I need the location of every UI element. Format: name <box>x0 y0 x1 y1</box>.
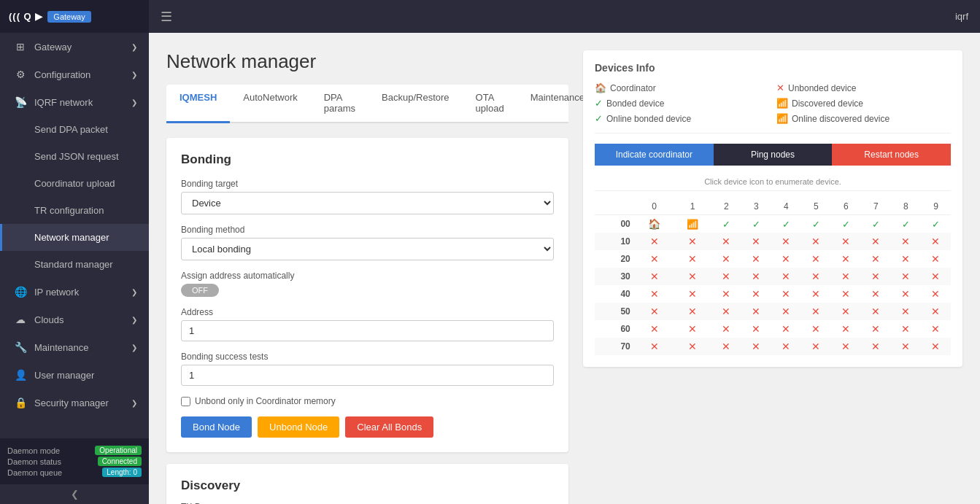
device-cell[interactable]: ✕ <box>771 285 801 303</box>
sidebar-item-tr-configuration[interactable]: TR configuration <box>0 197 149 224</box>
ping-nodes-button[interactable]: Ping nodes <box>714 144 833 166</box>
device-cell[interactable]: ✕ <box>635 320 674 338</box>
device-cell[interactable]: ✕ <box>861 303 891 320</box>
device-cell[interactable]: ✕ <box>771 303 801 320</box>
device-cell[interactable]: ✕ <box>801 250 831 268</box>
device-cell[interactable]: ✕ <box>921 233 951 250</box>
sidebar-item-coordinator-upload[interactable]: Coordinator upload <box>0 170 149 197</box>
device-cell[interactable]: ✓ <box>711 215 741 233</box>
device-cell[interactable]: ✓ <box>891 215 921 233</box>
device-cell[interactable]: ✕ <box>741 338 771 355</box>
device-cell[interactable]: ✕ <box>921 303 951 320</box>
indicate-coordinator-button[interactable]: Indicate coordinator <box>595 144 714 166</box>
device-cell[interactable]: ✕ <box>771 268 801 285</box>
bond-node-button[interactable]: Bond Node <box>181 416 252 438</box>
device-cell[interactable]: ✕ <box>771 233 801 250</box>
device-cell[interactable]: ✕ <box>635 303 674 320</box>
device-cell[interactable]: ✕ <box>741 268 771 285</box>
device-cell[interactable]: ✕ <box>711 338 741 355</box>
device-cell[interactable]: 📶 <box>674 215 711 233</box>
device-cell[interactable]: ✕ <box>711 233 741 250</box>
device-cell[interactable]: ✕ <box>635 338 674 355</box>
device-cell[interactable]: ✕ <box>861 250 891 268</box>
sidebar-item-user-manager[interactable]: 👤 User manager <box>0 361 149 389</box>
device-cell[interactable]: ✕ <box>891 268 921 285</box>
device-cell[interactable]: ✕ <box>674 268 711 285</box>
clear-all-bonds-button[interactable]: Clear All Bonds <box>345 416 433 438</box>
bonding-target-select[interactable]: Device All <box>181 192 554 214</box>
device-cell[interactable]: ✕ <box>674 303 711 320</box>
device-cell[interactable]: ✕ <box>801 338 831 355</box>
sidebar-item-security-manager[interactable]: 🔒 Security manager ❯ <box>0 389 149 416</box>
bonding-method-select[interactable]: Local bonding SmartConnect AutoBond <box>181 238 554 260</box>
tab-ota-upload[interactable]: OTA upload <box>463 85 517 123</box>
assign-address-toggle[interactable]: OFF <box>181 284 219 297</box>
sidebar-item-configuration[interactable]: ⚙ Configuration ❯ <box>0 61 149 88</box>
device-cell[interactable]: ✕ <box>831 338 861 355</box>
device-cell[interactable]: ✕ <box>801 268 831 285</box>
device-cell[interactable]: ✕ <box>891 320 921 338</box>
sidebar-item-network-manager[interactable]: Network manager <box>0 224 149 251</box>
device-cell[interactable]: ✕ <box>741 233 771 250</box>
device-cell[interactable]: ✕ <box>831 303 861 320</box>
device-cell[interactable]: ✓ <box>801 215 831 233</box>
device-cell[interactable]: 🏠 <box>635 215 674 233</box>
device-cell[interactable]: ✕ <box>891 250 921 268</box>
device-cell[interactable]: ✕ <box>831 268 861 285</box>
device-cell[interactable]: ✕ <box>891 233 921 250</box>
device-cell[interactable]: ✕ <box>861 320 891 338</box>
device-cell[interactable]: ✕ <box>711 320 741 338</box>
device-cell[interactable]: ✕ <box>741 303 771 320</box>
device-cell[interactable]: ✕ <box>831 233 861 250</box>
sidebar-item-send-dpa[interactable]: Send DPA packet <box>0 116 149 143</box>
device-cell[interactable]: ✕ <box>891 285 921 303</box>
tab-backup-restore[interactable]: Backup/Restore <box>369 85 463 123</box>
device-cell[interactable]: ✕ <box>921 320 951 338</box>
device-cell[interactable]: ✕ <box>741 250 771 268</box>
sidebar-item-maintenance[interactable]: 🔧 Maintenance ❯ <box>0 333 149 361</box>
device-cell[interactable]: ✕ <box>891 338 921 355</box>
tab-iqmesh[interactable]: IQMESH <box>166 85 230 123</box>
device-cell[interactable]: ✕ <box>674 338 711 355</box>
device-cell[interactable]: ✕ <box>861 338 891 355</box>
sidebar-item-clouds[interactable]: ☁ Clouds ❯ <box>0 306 149 333</box>
device-cell[interactable]: ✕ <box>861 285 891 303</box>
device-cell[interactable]: ✓ <box>831 215 861 233</box>
device-cell[interactable]: ✕ <box>711 285 741 303</box>
device-cell[interactable]: ✕ <box>771 250 801 268</box>
device-cell[interactable]: ✕ <box>771 338 801 355</box>
device-cell[interactable]: ✕ <box>921 250 951 268</box>
sidebar-item-send-json[interactable]: Send JSON request <box>0 143 149 170</box>
device-cell[interactable]: ✕ <box>635 233 674 250</box>
device-cell[interactable]: ✕ <box>635 285 674 303</box>
device-cell[interactable]: ✕ <box>674 285 711 303</box>
sidebar-item-standard-manager[interactable]: Standard manager <box>0 251 149 278</box>
device-cell[interactable]: ✕ <box>711 250 741 268</box>
device-cell[interactable]: ✕ <box>635 250 674 268</box>
device-cell[interactable]: ✕ <box>801 285 831 303</box>
device-cell[interactable]: ✕ <box>801 233 831 250</box>
device-cell[interactable]: ✕ <box>921 338 951 355</box>
device-cell[interactable]: ✓ <box>741 215 771 233</box>
device-cell[interactable]: ✕ <box>921 268 951 285</box>
device-cell[interactable]: ✕ <box>921 285 951 303</box>
sidebar-item-iqrf-network[interactable]: 📡 IQRF network ❯ <box>0 88 149 116</box>
sidebar-item-gateway[interactable]: ⊞ Gateway ❯ <box>0 33 149 61</box>
device-cell[interactable]: ✓ <box>861 215 891 233</box>
restart-nodes-button[interactable]: Restart nodes <box>832 144 951 166</box>
device-cell[interactable]: ✕ <box>831 320 861 338</box>
device-cell[interactable]: ✕ <box>801 303 831 320</box>
device-cell[interactable]: ✓ <box>771 215 801 233</box>
device-cell[interactable]: ✕ <box>831 250 861 268</box>
device-cell[interactable]: ✕ <box>861 268 891 285</box>
device-cell[interactable]: ✕ <box>674 320 711 338</box>
device-cell[interactable]: ✕ <box>831 285 861 303</box>
device-cell[interactable]: ✕ <box>771 320 801 338</box>
tab-autonetwork[interactable]: AutoNetwork <box>230 85 310 123</box>
device-cell[interactable]: ✕ <box>674 250 711 268</box>
device-cell[interactable]: ✕ <box>674 233 711 250</box>
sidebar-collapse-button[interactable]: ❮ <box>0 484 149 504</box>
sidebar-item-ip-network[interactable]: 🌐 IP network ❯ <box>0 278 149 306</box>
unbond-node-button[interactable]: Unbond Node <box>258 416 339 438</box>
device-cell[interactable]: ✕ <box>801 320 831 338</box>
